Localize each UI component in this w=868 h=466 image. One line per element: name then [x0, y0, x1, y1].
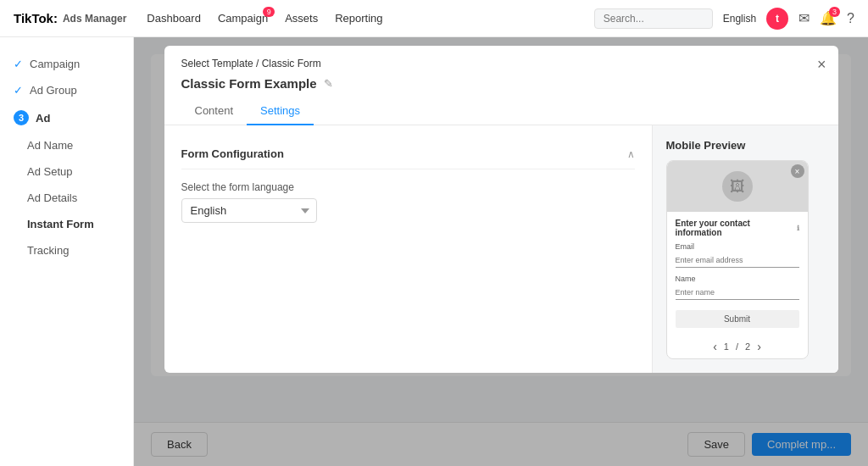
- breadcrumb-sep: /: [256, 58, 262, 69]
- sidebar-label-ad: Ad: [36, 112, 50, 125]
- modal-overlay: Select Template / Classic Form Classic F…: [134, 37, 868, 466]
- preview-title: Mobile Preview: [666, 139, 825, 152]
- sidebar-subitem-instantform-label: Instant Form: [27, 218, 94, 230]
- main-nav: Dashboard Campaign 9 Assets Reporting: [147, 12, 382, 25]
- phone-image-area: 🖼: [667, 161, 808, 212]
- modal-form-config: Form Configuration ∧ Select the form lan…: [164, 125, 652, 373]
- modal-tabs: Content Settings: [164, 97, 838, 125]
- modal-title-row: Classic Form Example ✎: [181, 76, 821, 91]
- main-layout: ✓ Campaign ✓ Ad Group 3 Ad Ad Name Ad Se…: [0, 37, 868, 466]
- image-icon: 🖼: [730, 178, 745, 196]
- sidebar-item-ad[interactable]: 3 Ad: [0, 103, 133, 132]
- breadcrumb-start: Select Template: [181, 58, 253, 69]
- language-field: Select the form language English: [181, 181, 635, 223]
- instant-form-modal: Select Template / Classic Form Classic F…: [164, 46, 838, 373]
- content-area: Instant Form Forms open instantly when s…: [134, 37, 868, 466]
- phone-email-label: Email: [676, 242, 799, 251]
- phone-email-input[interactable]: [676, 254, 799, 268]
- phone-frame: × 🖼 Enter your contact information ℹ: [666, 160, 809, 359]
- page-current: 1: [724, 341, 729, 352]
- info-icon: ℹ: [797, 225, 799, 232]
- nav-reporting[interactable]: Reporting: [335, 12, 382, 25]
- sidebar-label-adgroup: Ad Group: [30, 84, 77, 97]
- phone-image-placeholder: 🖼: [722, 171, 753, 202]
- phone-name-label: Name: [676, 275, 799, 283]
- chevron-up-icon[interactable]: ∧: [627, 148, 635, 160]
- logo-ads-text: Ads Manager: [63, 13, 126, 25]
- sidebar-item-campaign[interactable]: ✓ Campaign: [0, 51, 133, 77]
- check-icon: ✓: [14, 58, 23, 70]
- tab-content[interactable]: Content: [181, 97, 248, 125]
- logo-tiktok-text: TikTok:: [14, 11, 58, 25]
- phone-name-input[interactable]: [676, 286, 799, 300]
- search-input[interactable]: [594, 8, 713, 29]
- modal-close-button[interactable]: ×: [817, 56, 826, 74]
- edit-icon[interactable]: ✎: [324, 77, 333, 90]
- sidebar-label-campaign: Campaign: [30, 58, 80, 70]
- top-navigation: TikTok: Ads Manager Dashboard Campaign 9…: [0, 0, 868, 37]
- sidebar-subitem-tracking-label: Tracking: [27, 244, 69, 257]
- phone-contact-label: Enter your contact information ℹ: [676, 219, 799, 237]
- step-number: 3: [14, 110, 29, 125]
- page-total: 2: [745, 341, 750, 352]
- sidebar-subitem-addetails[interactable]: Ad Details: [0, 185, 133, 211]
- sidebar-subitem-instantform[interactable]: Instant Form: [0, 211, 133, 237]
- section-header: Form Configuration ∧: [181, 139, 635, 169]
- sidebar-subitem-adname-label: Ad Name: [27, 139, 73, 152]
- language-selector[interactable]: English: [723, 13, 756, 25]
- page-sep: /: [736, 341, 738, 352]
- language-select[interactable]: English: [181, 198, 317, 223]
- nav-campaign[interactable]: Campaign 9: [218, 12, 268, 25]
- nav-assets[interactable]: Assets: [285, 12, 318, 25]
- check-icon-2: ✓: [14, 84, 23, 97]
- page-prev-button[interactable]: ‹: [713, 340, 717, 353]
- sidebar-subitem-adsetup-label: Ad Setup: [27, 165, 73, 178]
- mobile-preview-panel: Mobile Preview × 🖼 Enter your contact in: [652, 125, 838, 373]
- notif-badge: 3: [829, 7, 840, 17]
- sidebar-item-adgroup[interactable]: ✓ Ad Group: [0, 77, 133, 103]
- user-avatar[interactable]: t: [766, 8, 788, 30]
- notification-icon[interactable]: 🔔3: [820, 10, 837, 26]
- nav-right: English t ✉ 🔔3 ?: [594, 8, 854, 30]
- nav-left: TikTok: Ads Manager Dashboard Campaign 9…: [14, 11, 383, 25]
- breadcrumb-end: Classic Form: [262, 58, 321, 69]
- sidebar-subitem-adname[interactable]: Ad Name: [0, 132, 133, 158]
- sidebar-subitem-adsetup[interactable]: Ad Setup: [0, 158, 133, 185]
- mail-icon[interactable]: ✉: [798, 10, 810, 26]
- sidebar: ✓ Campaign ✓ Ad Group 3 Ad Ad Name Ad Se…: [0, 37, 134, 466]
- modal-title: Classic Form Example: [181, 76, 317, 91]
- phone-close-button[interactable]: ×: [791, 164, 804, 178]
- phone-submit-button[interactable]: Submit: [676, 310, 799, 328]
- language-label: Select the form language: [181, 181, 635, 193]
- help-icon[interactable]: ?: [847, 11, 854, 26]
- modal-body: Form Configuration ∧ Select the form lan…: [164, 125, 838, 373]
- nav-dashboard[interactable]: Dashboard: [147, 12, 201, 25]
- breadcrumb: Select Template / Classic Form: [181, 58, 821, 69]
- tab-settings[interactable]: Settings: [247, 97, 314, 125]
- phone-content: Enter your contact information ℹ Email N…: [667, 212, 808, 335]
- logo: TikTok: Ads Manager: [14, 11, 126, 25]
- sidebar-subitem-addetails-label: Ad Details: [27, 191, 77, 204]
- page-next-button[interactable]: ›: [757, 340, 761, 353]
- section-title: Form Configuration: [181, 147, 284, 160]
- phone-pagination: ‹ 1 / 2 ›: [667, 335, 808, 358]
- sidebar-subitem-tracking[interactable]: Tracking: [0, 237, 133, 264]
- campaign-badge: 9: [263, 7, 275, 17]
- modal-header: Select Template / Classic Form Classic F…: [164, 46, 838, 91]
